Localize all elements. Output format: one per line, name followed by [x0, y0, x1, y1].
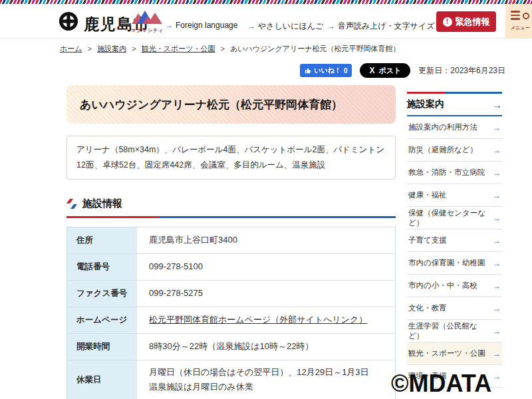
arrow-right-icon: →: [493, 304, 501, 313]
row-value: 8時30分～22時（温泉施設は10時～22時）: [137, 334, 395, 360]
row-value: 鹿児島市上谷口町3400: [137, 227, 395, 253]
breadcrumb-separator: >: [220, 45, 224, 53]
external-homepage-link[interactable]: 松元平野岡体育館ホームページ（外部サイトへリンク）: [149, 313, 367, 327]
menu-circle-icon: [523, 13, 529, 19]
row-label: 電話番号: [67, 254, 137, 280]
section-title: 施設情報: [82, 198, 122, 210]
sidebar-item-hoikuen[interactable]: 市内の保育園・幼稚園→: [407, 252, 502, 275]
sidebar-item-hoken[interactable]: 保健（保健センターなど）→: [407, 207, 502, 229]
magma-city-label: マグマシティ: [130, 27, 165, 34]
exclamation-icon: !: [443, 17, 452, 27]
table-row-homepage: ホームページ 松元平野岡体育館ホームページ（外部サイトへリンク）: [67, 307, 395, 334]
breadcrumb: ホーム > 施設案内 > 観光・スポーツ・公園 > あいハウジングアリーナ松元（…: [60, 44, 400, 54]
table-row-address: 住所 鹿児島市上谷口町3400: [67, 227, 395, 254]
x-logo-icon: X: [369, 66, 374, 75]
voice-textsize-link[interactable]: →音声読み上げ・文字サイズ: [327, 21, 434, 32]
row-label: ホームページ: [67, 307, 137, 333]
sidebar-item-shogai[interactable]: 生涯学習（公民館など）→: [407, 320, 502, 342]
menu-label: メニュー: [511, 25, 532, 31]
row-value: 099-278-5100: [137, 254, 395, 280]
row-label: ファクス番号: [67, 281, 137, 307]
table-row-phone: 電話番号 099-278-5100: [67, 254, 395, 281]
facebook-like-button[interactable]: いいね！0: [300, 64, 352, 77]
kagoshima-emblem-icon: [59, 11, 78, 31]
breadcrumb-separator: >: [88, 45, 92, 53]
sidebar-item-kosodate[interactable]: 子育て支援→: [407, 229, 502, 252]
arrow-right-icon: →: [493, 327, 501, 336]
foreign-language-link[interactable]: →Foreign language: [165, 21, 237, 30]
magma-city-logo: マグマシティ: [130, 9, 165, 34]
table-row-fax: ファクス番号 099-278-5275: [67, 281, 395, 307]
category-sidebar: 施設案内 → 施設案内の利用方法→ 防災（避難所など）→ 救急・消防・市立病院→…: [407, 92, 502, 399]
sidebar-item-kyukyu[interactable]: 救急・消防・市立病院→: [407, 162, 502, 184]
mdata-watermark: ©MDATA: [391, 370, 491, 398]
page-title: あいハウジングアリーナ松元（松元平野岡体育館）: [66, 97, 342, 112]
sidebar-item-bunka[interactable]: 文化・教育→: [407, 297, 502, 320]
arrow-right-icon: →: [247, 21, 255, 31]
arrow-right-icon: →: [493, 281, 501, 291]
arrow-right-icon: →: [492, 99, 502, 110]
arrow-right-icon: →: [493, 372, 501, 381]
section-heading: 施設情報: [66, 198, 122, 210]
breadcrumb-shisetsu-link[interactable]: 施設案内: [97, 45, 126, 53]
facility-info-table: 住所 鹿児島市上谷口町3400 電話番号 099-278-5100 ファクス番号…: [66, 227, 396, 399]
like-count: 0: [344, 67, 348, 74]
arrow-right-icon: →: [493, 259, 501, 268]
sidebar-item-bosai[interactable]: 防災（避難所など）→: [407, 139, 502, 162]
arrow-right-icon: →: [493, 213, 501, 223]
sidebar-title-link[interactable]: 施設案内 →: [407, 94, 502, 116]
breadcrumb-kanko-link[interactable]: 観光・スポーツ・公園: [142, 45, 215, 53]
menu-button[interactable]: メニュー: [505, 4, 532, 39]
table-row-hours: 開業時間 8時30分～22時（温泉施設は10時～22時）: [67, 334, 395, 360]
breadcrumb-current: あいハウジングアリーナ松元（松元平野岡体育館）: [230, 45, 400, 53]
arrow-right-icon: →: [327, 21, 335, 31]
sidebar-item-kenko[interactable]: 健康・福祉→: [407, 184, 502, 207]
share-meta-row: いいね！0 X ポスト 更新日：2023年6月23日: [0, 63, 505, 78]
kagoshima-city-page: 鹿児島市 マグマシティ →Foreign language →やさしいにほんご …: [0, 0, 532, 399]
row-label: 休業日: [67, 360, 137, 399]
breadcrumb-home-link[interactable]: ホーム: [60, 45, 82, 53]
arrow-right-icon: →: [493, 168, 501, 178]
arrow-right-icon: →: [165, 21, 173, 30]
row-value: 月曜日（休日の場合はその翌平日）、12月29日～1月3日 温泉施設は月曜日のみ休…: [137, 360, 395, 399]
hamburger-icon: [511, 11, 520, 22]
arrow-right-icon: →: [493, 349, 501, 358]
sidebar-item-kanko[interactable]: 観光・スポーツ・公園→: [407, 342, 502, 365]
x-post-button[interactable]: X ポスト: [360, 63, 410, 78]
table-row-closed-days: 休業日 月曜日（休日の場合はその翌平日）、12月29日～1月3日 温泉施設は月曜…: [67, 360, 395, 399]
section-underline: [66, 216, 396, 218]
breadcrumb-separator: >: [132, 45, 136, 53]
row-label: 開業時間: [67, 334, 137, 360]
site-header: 鹿児島市 マグマシティ →Foreign language →やさしいにほんご …: [0, 4, 532, 39]
magma-mountains-icon: [132, 9, 164, 24]
updated-date: 更新日：2023年6月23日: [418, 65, 505, 76]
arrow-right-icon: →: [493, 146, 501, 155]
facility-description: アリーナ（58m×34m）、バレーボール4面、バスケットボール2面、バドミントン…: [76, 145, 384, 170]
sidebar-item-schools[interactable]: 市内の小・中・高校→: [407, 275, 502, 297]
arrow-right-icon: →: [493, 191, 501, 200]
arrow-right-icon: →: [493, 236, 501, 245]
sidebar-item-usage[interactable]: 施設案内の利用方法→: [407, 116, 502, 139]
facility-description-box: アリーナ（58m×34m）、バレーボール4面、バスケットボール2面、バドミントン…: [66, 136, 396, 180]
row-value: 099-278-5275: [137, 281, 395, 307]
page-title-banner: あいハウジングアリーナ松元（松元平野岡体育館）: [66, 85, 396, 124]
easy-japanese-link[interactable]: →やさしいにほんご: [247, 21, 323, 32]
emergency-info-button[interactable]: ! 緊急情報: [436, 11, 496, 32]
arrow-right-icon: →: [493, 123, 501, 132]
section-slash-icon: [66, 199, 78, 209]
thumbs-up-icon: [305, 67, 311, 74]
row-label: 住所: [67, 227, 137, 253]
